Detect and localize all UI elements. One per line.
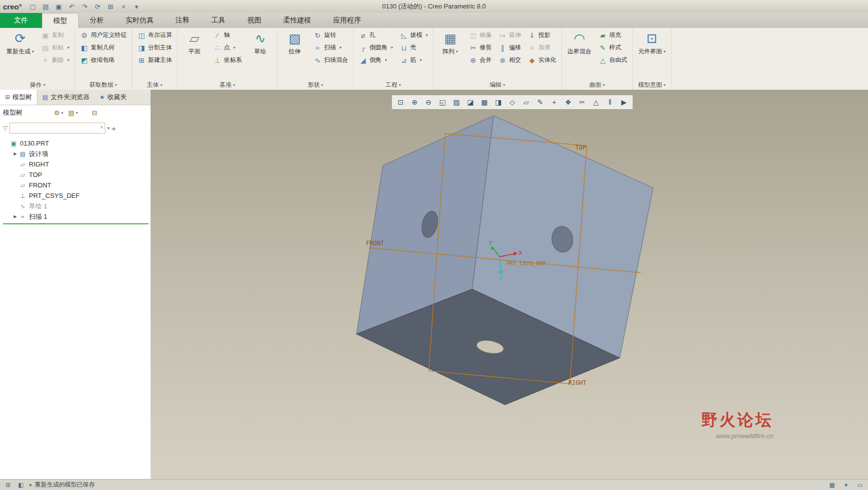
group-label-get-data[interactable]: 获取数据 — [77, 80, 129, 90]
sweep-blend-button[interactable]: ∿ 扫描混合 — [311, 54, 350, 66]
group-label-engineering[interactable]: 工程 — [356, 80, 430, 90]
style-button[interactable]: ✎ 样式 — [596, 41, 630, 54]
extrude-button[interactable]: ▧ 拉伸 — [280, 29, 309, 56]
zoom-in-icon[interactable]: ⊕ — [408, 96, 421, 108]
sweep-button[interactable]: ≈ 扫描 — [311, 41, 350, 54]
tree-filters-button[interactable]: ⚙ — [52, 108, 65, 118]
browser-toggle-icon[interactable]: ◧ — [16, 481, 26, 490]
fill-button[interactable]: ▰ 填充 — [596, 29, 630, 41]
saved-orientations-icon[interactable]: ▦ — [478, 96, 491, 108]
copy-button[interactable]: ▣ 复制 — [38, 29, 72, 41]
redo-icon[interactable]: ↷ — [79, 1, 91, 11]
zoom-out-icon[interactable]: ⊖ — [422, 96, 435, 108]
tree-item[interactable]: ∿ 草绘 1 — [2, 201, 151, 211]
group-label-model-intent[interactable]: 模型意图 — [635, 80, 669, 90]
udf-button[interactable]: ⚙ 用户定义特征 — [77, 29, 129, 41]
status-filter-caret-icon[interactable]: ▾ — [841, 481, 851, 490]
ribbon-tab[interactable]: 视图 — [236, 13, 272, 28]
csys-label[interactable]: PRT_CSYS_DEF — [507, 260, 546, 267]
shrinkwrap-button[interactable]: ◩ 收缩包络 — [77, 54, 129, 66]
copy-geometry-button[interactable]: ◧ 复制几何 — [77, 41, 129, 54]
tree-display-button[interactable]: ▤ — [67, 108, 79, 118]
search-clear-icon[interactable]: × — [100, 124, 103, 130]
tree-item[interactable]: ⊥ PRT_CSYS_DEF — [2, 190, 151, 201]
tree-item[interactable]: ▶ ≈ 扫描 1 — [2, 211, 151, 222]
freestyle-button[interactable]: △ 自由式 — [596, 54, 630, 66]
split-body-button[interactable]: ◨ 分割主体 — [135, 41, 174, 54]
search-add-icon[interactable]: + — [112, 124, 116, 133]
graphics-area[interactable]: TOP FRONT RIGHT PRT_CSYS_DEF Y X Z ⊡ ⊕ ⊖ — [151, 90, 868, 480]
component-interface-button[interactable]: ⊡ 元件界面 — [635, 29, 669, 56]
dragger-icon[interactable]: ❖ — [561, 96, 575, 108]
tree-expand-arrow[interactable]: ▶ — [12, 214, 18, 219]
save-icon[interactable]: ▣ — [53, 1, 65, 11]
close-window-icon[interactable]: × — [118, 1, 130, 11]
ribbon-tab[interactable]: 注释 — [165, 13, 200, 28]
group-label-editing[interactable]: 编辑 — [436, 80, 559, 90]
plane-button[interactable]: ▱ 平面 — [180, 29, 209, 56]
open-file-icon[interactable]: ▤ — [40, 1, 52, 11]
section-icon[interactable]: ✂ — [575, 96, 589, 108]
new-body-button[interactable]: ⊞ 新建主体 — [135, 54, 174, 66]
navigator-tab[interactable]: ▤ 文件夹浏览器 — [37, 90, 94, 105]
round-button[interactable]: ╭ 倒圆角 — [356, 41, 395, 54]
axis-button[interactable]: ∕ 轴 — [210, 29, 244, 41]
datum-label-front[interactable]: FRONT — [366, 240, 384, 247]
zoom-region-icon[interactable]: ⊡ — [394, 96, 407, 108]
tree-columns-button[interactable]: ⊟ — [90, 108, 99, 118]
tree-item[interactable]: ▣ 0130.PRT — [2, 138, 151, 149]
datum-label-top[interactable]: TOP — [575, 144, 586, 151]
tree-item[interactable]: ▱ RIGHT — [2, 159, 151, 169]
display-style-icon[interactable]: ◪ — [464, 96, 477, 108]
ribbon-tab[interactable]: 工具 — [200, 13, 236, 28]
windows-icon[interactable]: ⊞ — [105, 1, 117, 11]
ribbon-tab[interactable]: 模型 — [42, 13, 79, 28]
regenerate-button[interactable]: ⟳ 重新生成 — [3, 29, 37, 56]
boolean-button[interactable]: ◫ 布尔运算 — [135, 29, 174, 41]
tree-search-input[interactable] — [9, 123, 105, 134]
pause-icon[interactable]: ‖ — [603, 96, 617, 108]
regenerate-qat-icon[interactable]: ⟳ — [92, 1, 104, 11]
repaint-icon[interactable]: ▨ — [450, 96, 463, 108]
refit-icon[interactable]: ◱ — [436, 96, 449, 108]
datum-display-icon[interactable]: ▱ — [520, 96, 533, 108]
thicken-button[interactable]: ≡ 加厚 — [525, 41, 559, 54]
merge-button[interactable]: ⊕ 合并 — [466, 54, 494, 66]
tree-item[interactable]: ▱ FRONT — [2, 180, 151, 190]
group-label-body[interactable]: 主体 — [135, 80, 174, 90]
mirror-button[interactable]: ◫ 镜像 — [466, 29, 494, 41]
point-button[interactable]: ∴ 点 — [210, 41, 244, 54]
rib-button[interactable]: ⊿ 筋 — [397, 54, 430, 66]
status-panel-icon[interactable]: ▭ — [855, 481, 865, 490]
group-label-datum[interactable]: 基准 — [180, 80, 275, 90]
ribbon-tab[interactable]: 应用程序 — [322, 13, 372, 28]
customize-qat-icon[interactable]: ▾ — [131, 1, 143, 11]
extend-button[interactable]: ↦ 延伸 — [496, 29, 523, 41]
pattern-button[interactable]: ▦ 阵列 — [436, 29, 465, 56]
tree-item[interactable]: ▱ TOP — [2, 169, 151, 180]
hole-button[interactable]: ⌀ 孔 — [356, 29, 395, 41]
project-button[interactable]: ⇓ 投影 — [525, 29, 559, 41]
chamfer-button[interactable]: ◢ 倒角 — [356, 54, 395, 66]
delete-button[interactable]: × 删除 — [38, 54, 72, 66]
ribbon-tab[interactable]: 柔性建模 — [272, 13, 322, 28]
solidify-button[interactable]: ◆ 实体化 — [525, 54, 559, 66]
csys-button[interactable]: ⊥ 坐标系 — [210, 54, 244, 66]
navigator-tab[interactable]: ★ 收藏夹 — [94, 90, 132, 105]
shell-button[interactable]: ⊔ 壳 — [397, 41, 430, 54]
search-options-caret-icon[interactable]: ▾ — [107, 126, 110, 131]
boundary-blend-button[interactable]: ◠ 边界混合 — [564, 29, 594, 56]
ribbon-tab[interactable]: 分析 — [79, 13, 115, 28]
resume-icon[interactable]: ▶ — [617, 96, 631, 108]
new-file-icon[interactable]: ▢ — [27, 1, 39, 11]
tree-item[interactable]: ▶ ▤ 设计项 — [2, 149, 151, 159]
group-label-operations[interactable]: 操作 — [3, 80, 72, 90]
status-display-icon[interactable]: ▦ — [827, 481, 837, 490]
sketch-button[interactable]: ∿ 草绘 — [246, 29, 275, 56]
datum-label-right[interactable]: RIGHT — [568, 379, 586, 386]
model-tree-toggle-icon[interactable]: ⊞ — [3, 481, 13, 490]
ribbon-tab[interactable]: 文件 — [0, 13, 42, 28]
draft-button[interactable]: ◺ 拔模 — [397, 29, 430, 41]
perspective-icon[interactable]: ◇ — [506, 96, 519, 108]
group-label-surfaces[interactable]: 曲面 — [564, 80, 630, 90]
